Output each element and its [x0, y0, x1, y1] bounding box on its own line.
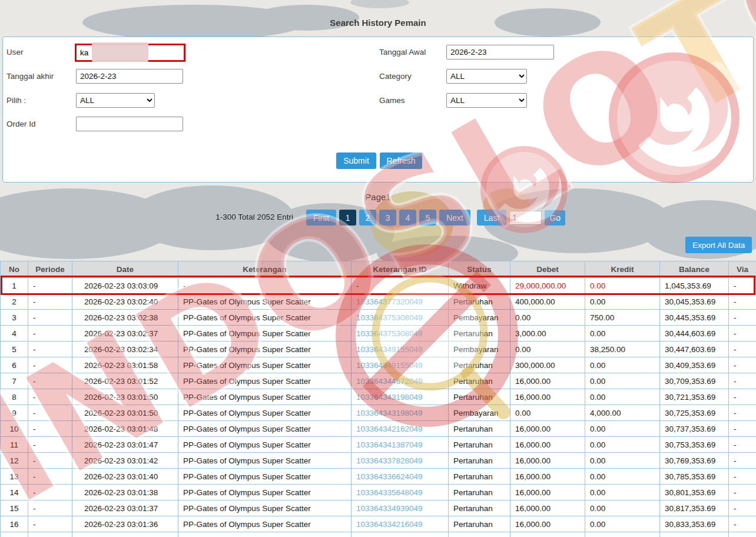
pilih-label: Pilih : [6, 96, 26, 105]
cell-debet: 16,000.00 [510, 485, 585, 500]
cell-keterangan_id[interactable]: 103364335648049 [352, 485, 449, 500]
cell-keterangan: PP-Gates of Olympus Super Scatter [178, 310, 352, 326]
cell-status: Pertaruhan [449, 421, 510, 437]
search-form-panel: User Tanggal akhir Pilih : ALL Order Id … [2, 37, 754, 183]
cell-keterangan_id[interactable]: 103364342162049 [352, 421, 449, 437]
submit-button[interactable]: Submit [336, 153, 376, 169]
cell-keterangan_id[interactable]: 103364341387049 [352, 437, 449, 453]
cell-periode: - [28, 485, 72, 500]
page-button-4[interactable]: 4 [399, 210, 416, 226]
table-row: 1-2026-02-23 03:03:09--Withdraw29,000,00… [1, 278, 756, 294]
history-table-wrap: NoPeriodeDateKeteranganKeterangan IDStat… [0, 261, 756, 537]
cell-date: 2026-02-23 03:01:50 [72, 389, 178, 405]
table-row: 5-2026-02-23 03:02:34PP-Gates of Olympus… [1, 342, 756, 357]
cell-keterangan_id[interactable]: 103364343198049 [352, 389, 449, 405]
export-all-data-button[interactable]: Export All Data [685, 237, 752, 253]
cell-kredit: 0.00 [585, 485, 660, 500]
table-row: 2-2026-02-23 03:02:40PP-Gates of Olympus… [1, 294, 756, 310]
cell-debet: 300,000.00 [510, 357, 585, 373]
tanggal-akhir-input[interactable] [76, 69, 183, 84]
cell-keterangan_id[interactable]: 103364377320049 [352, 294, 449, 310]
cell-debet: 3,000.00 [510, 326, 585, 342]
user-input-highlight [75, 44, 185, 62]
cell-balance: 30,447,603.69 [660, 342, 729, 357]
cell-keterangan_id[interactable]: 103364334216049 [352, 516, 449, 532]
column-header: Date [72, 261, 178, 278]
cell-via: - [729, 278, 756, 294]
cell-date: 2026-02-23 03:03:09 [72, 278, 178, 294]
cell-keterangan_id[interactable]: 103364375308049 [352, 310, 449, 326]
cell-keterangan_id[interactable]: 103364349155049 [352, 357, 449, 373]
page-button-5[interactable]: 5 [419, 210, 436, 226]
cell-via: - [729, 326, 756, 342]
cell-debet: 16,000.00 [510, 453, 585, 469]
tanggal-awal-input[interactable] [446, 45, 554, 59]
games-label: Games [379, 96, 405, 105]
tanggal-awal-label: Tanggal Awal [379, 48, 426, 57]
tanggal-akhir-label: Tanggal akhir [6, 72, 54, 81]
cell-balance: 30,445,353.69 [660, 310, 729, 326]
cell-periode: - [28, 373, 72, 389]
page-number-buttons: 12345 [339, 210, 436, 226]
cell-status: Pertaruhan [449, 357, 510, 373]
order-id-input[interactable] [76, 117, 183, 131]
table-row: 7-2026-02-23 03:01:52PP-Gates of Olympus… [1, 373, 756, 389]
table-row: 13-2026-02-23 03:01:40PP-Gates of Olympu… [1, 469, 756, 485]
cell-date: 2026-02-23 03:01:47 [72, 437, 178, 453]
cell-debet: 0.00 [510, 342, 585, 357]
cell-balance: 30,817,353.69 [660, 500, 729, 516]
cell-no: 9 [1, 405, 28, 421]
page-button-2[interactable]: 2 [359, 210, 376, 226]
cell-balance: 30,737,353.69 [660, 421, 729, 437]
cell-date: 2026-02-23 03:01:52 [72, 373, 178, 389]
cell-keterangan: PP-Gates of Olympus Super Scatter [178, 373, 352, 389]
cell-balance: 1,045,353.69 [660, 278, 729, 294]
cell-keterangan_id[interactable]: 103364344672049 [352, 373, 449, 389]
cell-status: Pertaruhan [449, 500, 510, 516]
last-page-button[interactable]: Last [477, 210, 506, 226]
games-select[interactable]: ALL [446, 93, 527, 108]
cell-debet: 16,000.00 [510, 516, 585, 532]
cell-debet: 29,000,000.00 [510, 278, 585, 294]
cell-no: 6 [1, 357, 28, 373]
cell-keterangan_id[interactable]: 103364343198049 [352, 405, 449, 421]
cell-via: - [729, 421, 756, 437]
next-page-button[interactable]: Next [439, 210, 470, 226]
cell-no: 1 [1, 278, 28, 294]
pilih-select[interactable]: ALL [76, 93, 155, 108]
cell-balance: 30,444,603.69 [660, 326, 729, 342]
cell-status: Pertaruhan [449, 453, 510, 469]
table-row-partial [1, 532, 756, 537]
goto-page-input[interactable] [509, 211, 542, 225]
table-header-row: NoPeriodeDateKeteranganKeterangan IDStat… [1, 261, 756, 278]
table-row: 12-2026-02-23 03:01:42PP-Gates of Olympu… [1, 453, 756, 469]
cell-periode: - [28, 405, 72, 421]
table-row: 9-2026-02-23 03:01:50PP-Gates of Olympus… [1, 405, 756, 421]
cell-periode: - [28, 326, 72, 342]
cell-keterangan_id[interactable]: 103364375308049 [352, 326, 449, 342]
cell-via: - [729, 437, 756, 453]
cell-via: - [729, 389, 756, 405]
column-header: Status [449, 261, 510, 278]
first-page-button[interactable]: First [306, 210, 336, 226]
cell-keterangan_id[interactable]: 103364334939049 [352, 500, 449, 516]
go-button[interactable]: Go [545, 210, 565, 226]
page-indicator: Page1 [0, 192, 756, 202]
cell-balance: 30,409,353.69 [660, 357, 729, 373]
cell-periode: - [28, 516, 72, 532]
page-button-3[interactable]: 3 [379, 210, 396, 226]
cell-date: 2026-02-23 03:02:38 [72, 310, 178, 326]
cell-keterangan_id[interactable]: 103364336624049 [352, 469, 449, 485]
cell-via: - [729, 485, 756, 500]
cell-periode: - [28, 437, 72, 453]
page-button-1[interactable]: 1 [339, 210, 356, 226]
cell-balance: 30,833,353.69 [660, 516, 729, 532]
cell-keterangan: PP-Gates of Olympus Super Scatter [178, 469, 352, 485]
cell-keterangan_id[interactable]: 103364349155049 [352, 342, 449, 357]
refresh-button[interactable]: Refresh [380, 153, 422, 169]
category-select[interactable]: ALL [446, 69, 527, 84]
cell-keterangan: PP-Gates of Olympus Super Scatter [178, 516, 352, 532]
cell-keterangan_id[interactable]: 103364337828049 [352, 453, 449, 469]
cell-date: 2026-02-23 03:02:37 [72, 326, 178, 342]
cell-status: Pertaruhan [449, 469, 510, 485]
